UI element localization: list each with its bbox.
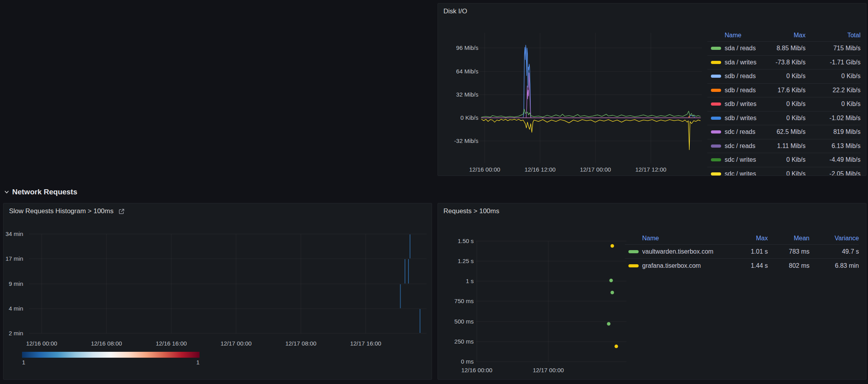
legend-series-name[interactable]: sdc / reads [725, 128, 764, 135]
legend-row[interactable]: sdc / reads1.11 Mib/s6.13 Mib/s [707, 139, 861, 153]
grid-lines [29, 234, 427, 333]
legend-value-max: 8.85 Mib/s [764, 45, 806, 52]
section-network-requests[interactable]: Network Requests [4, 187, 77, 197]
legend-series-color-cell [707, 158, 725, 161]
svg-text:1.25 s: 1.25 s [458, 258, 474, 264]
series-color-pill[interactable] [711, 117, 721, 120]
svg-text:12/16 12:00: 12/16 12:00 [524, 166, 555, 173]
series-color-pill[interactable] [711, 144, 721, 148]
legend-row[interactable]: sdc / writes0 Kib/s-4.49 Mib/s [707, 153, 861, 167]
y-axis-labels: 96 Mib/s64 Mib/s32 Mib/s0 Kib/s-32 Mib/s [454, 44, 478, 144]
series-color-pill[interactable] [711, 130, 721, 133]
series-color-pill[interactable] [711, 158, 721, 161]
legend-column-header-name[interactable]: Name [642, 235, 732, 242]
panel-title-requests[interactable]: Requests > 100ms [443, 207, 499, 215]
heatmap-color-scale [22, 352, 200, 358]
svg-text:4 min: 4 min [9, 305, 23, 312]
legend-series-name[interactable]: sdb / writes [725, 101, 764, 108]
svg-text:12/16 16:00: 12/16 16:00 [156, 340, 187, 347]
legend-column-header-max[interactable]: Max [732, 235, 768, 242]
legend-column-header-name[interactable]: Name [725, 32, 764, 39]
legend-value-max: 1.44 s [732, 262, 768, 269]
legend-row[interactable]: sdb / writes0 Kib/s0 Kib/s [707, 97, 861, 111]
legend-column-header-total[interactable]: Total [806, 32, 861, 39]
series-color-pill[interactable] [628, 264, 639, 267]
legend-value-max: 0 Kib/s [764, 73, 806, 80]
legend-row[interactable]: sdb / writes0 Kib/s-1.02 Mib/s [707, 111, 861, 125]
legend-row[interactable]: sdc / writes0 Kib/s-2.05 Mib/s [707, 167, 861, 176]
series-color-pill[interactable] [711, 172, 721, 176]
panel-title-slow-requests[interactable]: Slow Requests Histogram > 100ms [9, 207, 114, 215]
series-color-pill[interactable] [711, 89, 721, 92]
legend-column-header-variance[interactable]: Variance [809, 235, 859, 242]
panel-requests: Requests > 100ms 1.50 s1.25 s1 s750 ms50… [438, 203, 866, 380]
x-axis-labels: 12/16 00:0012/16 12:0012/17 00:0012/17 1… [469, 166, 666, 173]
disk-io-chart[interactable]: 96 Mib/s64 Mib/s32 Mib/s0 Kib/s-32 Mib/s… [440, 24, 706, 175]
series-color-pill[interactable] [711, 61, 721, 64]
legend-series-name[interactable]: sdb / reads [725, 73, 764, 80]
x-axis-labels: 12/16 00:0012/17 00:00 [461, 367, 564, 373]
legend-value-total: 715 Mib/s [806, 45, 861, 52]
svg-text:12/17 00:00: 12/17 00:00 [580, 166, 611, 173]
legend-row[interactable]: sdb / reads17.6 Kib/s22.2 Kib/s [707, 83, 861, 97]
external-link-icon[interactable] [118, 208, 125, 215]
legend-column-header-mean[interactable]: Mean [768, 235, 809, 242]
legend-series-name[interactable]: sdc / writes [725, 170, 764, 176]
legend-row[interactable]: sda / reads8.85 Mib/s715 Mib/s [707, 41, 861, 55]
requests-scatter-chart[interactable]: 1.50 s1.25 s1 s750 ms500 ms250 ms0 ms12/… [438, 227, 650, 378]
color-scale-max: 1 [196, 359, 200, 366]
series-line [482, 109, 700, 117]
legend-value-max: 1.01 s [732, 248, 768, 255]
color-scale-min: 1 [22, 359, 25, 366]
legend-series-color-cell [707, 102, 725, 106]
legend-series-color-cell [625, 250, 642, 253]
disk-io-legend-table: NameMaxTotalsda / reads8.85 Mib/s715 Mib… [707, 29, 863, 176]
legend-value-variance: 6.83 min [809, 262, 859, 269]
legend-row[interactable]: vaultwarden.tiserbox.com1.01 s783 ms49.7… [625, 244, 859, 258]
legend-series-name[interactable]: vaultwarden.tiserbox.com [642, 248, 732, 255]
series-color-pill[interactable] [711, 102, 721, 106]
svg-text:-32 Mib/s: -32 Mib/s [454, 137, 478, 144]
slow-requests-heatmap-chart[interactable]: 34 min17 min9 min4 min2 min12/16 00:0012… [4, 227, 432, 351]
heatmap-cell [408, 259, 409, 283]
svg-text:64 Mib/s: 64 Mib/s [456, 68, 478, 75]
svg-text:12/16 00:00: 12/16 00:00 [461, 367, 492, 373]
legend-value-max: 17.6 Kib/s [764, 87, 806, 94]
legend-column-header-max[interactable]: Max [764, 32, 806, 39]
panel-title-disk-io[interactable]: Disk I/O [443, 7, 467, 15]
legend-row[interactable]: sda / writes-73.8 Kib/s-1.71 Gib/s [707, 55, 861, 69]
legend-series-name[interactable]: sdb / reads [725, 87, 764, 94]
legend-value-total: 0 Kib/s [806, 73, 861, 80]
legend-series-name[interactable]: grafana.tiserbox.com [642, 262, 732, 269]
legend-series-name[interactable]: sdc / writes [725, 156, 764, 163]
legend-series-name[interactable]: sda / writes [725, 59, 764, 66]
svg-text:12/17 00:00: 12/17 00:00 [220, 340, 251, 347]
series-color-pill[interactable] [628, 250, 639, 253]
series-line [482, 73, 700, 118]
legend-row[interactable]: grafana.tiserbox.com1.44 s802 ms6.83 min [625, 258, 859, 272]
y-axis-labels: 34 min17 min9 min4 min2 min [5, 230, 23, 336]
legend-series-name[interactable]: sda / reads [725, 45, 764, 52]
legend-value-total: 819 Mib/s [806, 128, 861, 135]
legend-series-name[interactable]: sdb / writes [725, 115, 764, 122]
legend-series-name[interactable]: sdc / reads [725, 143, 764, 150]
svg-text:0 ms: 0 ms [461, 358, 474, 365]
scatter-point [607, 322, 610, 325]
legend-value-max: -73.8 Kib/s [764, 59, 806, 66]
legend-row[interactable]: sdc / reads62.5 Mib/s819 Mib/s [707, 125, 861, 139]
heatmap-cell [410, 234, 410, 258]
svg-text:17 min: 17 min [5, 255, 23, 262]
svg-text:0 Kib/s: 0 Kib/s [460, 114, 478, 121]
series-color-pill[interactable] [711, 75, 721, 78]
legend-series-color-cell [707, 61, 725, 64]
svg-text:1 s: 1 s [466, 278, 474, 284]
legend-value-max: 0 Kib/s [764, 156, 806, 163]
series-color-pill[interactable] [711, 47, 721, 50]
legend-value-mean: 802 ms [768, 262, 809, 269]
legend-row[interactable]: sdb / reads0 Kib/s0 Kib/s [707, 69, 861, 83]
svg-text:32 Mib/s: 32 Mib/s [456, 91, 478, 98]
scatter-point [610, 244, 614, 248]
legend-series-color-cell [707, 117, 725, 120]
panel-disk-io: Disk I/O 96 Mib/s64 Mib/s32 Mib/s0 Kib/s… [438, 3, 866, 176]
svg-text:2 min: 2 min [9, 330, 23, 336]
